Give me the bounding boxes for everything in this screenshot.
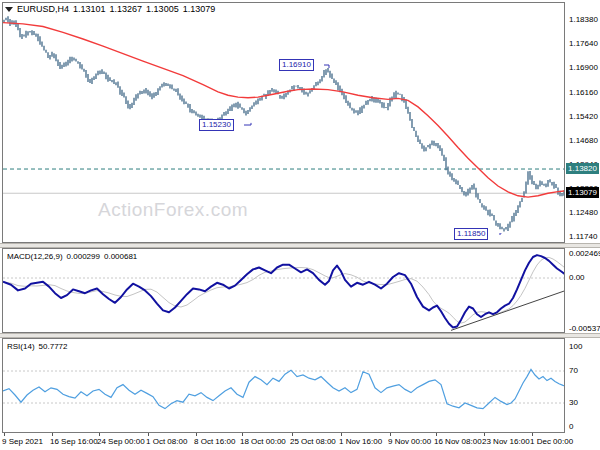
candles: [4, 16, 564, 231]
macd-tick-label: 0.00: [569, 273, 585, 282]
macd-main-line: [3, 255, 564, 327]
rsi-tick-label: 30: [569, 398, 578, 407]
time-tick: [532, 433, 533, 436]
actionforex-watermark: ActionForex.com: [98, 199, 248, 221]
macd-value: 0.000299: [67, 252, 100, 261]
ma-line: [3, 23, 564, 198]
time-tick: [196, 433, 197, 436]
price-tick-label: 1.16900: [569, 63, 598, 72]
time-label[interactable]: 24 Sep 00:00: [97, 437, 145, 446]
time-tick: [242, 433, 243, 436]
macd-name: MACD(12,26,9): [7, 252, 63, 261]
time-label[interactable]: 1 Nov 16:00: [339, 437, 382, 446]
macd-tick-label: -0.005375: [569, 324, 600, 333]
rsi-name: RSI(14): [7, 342, 35, 351]
time-label[interactable]: 1 Dec 00:00: [530, 437, 573, 446]
time-label[interactable]: 25 Oct 08:00: [290, 437, 336, 446]
macd-tick-label: 0.002469: [569, 249, 600, 258]
time-label[interactable]: 9 Sep 2021: [2, 437, 43, 446]
price-annotation[interactable]: 1.16910: [279, 59, 314, 71]
price-tick-label: 1.17640: [569, 39, 598, 48]
time-tick: [4, 433, 5, 436]
macd-trendline: [451, 290, 564, 330]
rsi-panel[interactable]: RSI(14)50.7772: [2, 338, 565, 433]
rsi-tick-label: 100: [569, 342, 582, 351]
time-label[interactable]: 16 Sep 16:00: [50, 437, 98, 446]
time-label[interactable]: 8 Oct 16:00: [194, 437, 235, 446]
time-tick: [292, 433, 293, 436]
macd-label: MACD(12,26,9)0.0002990.000681: [7, 252, 141, 261]
time-label[interactable]: 18 Oct 00:00: [240, 437, 286, 446]
rsi-canvas[interactable]: [3, 339, 564, 432]
time-tick: [148, 433, 149, 436]
resistance-price-badge: 1.13820: [566, 163, 599, 174]
rsi-tick-label: 70: [569, 366, 578, 375]
time-tick: [52, 433, 53, 436]
ohlc-close: 1.13079: [183, 4, 216, 14]
time-label[interactable]: 16 Nov 08:00: [434, 437, 482, 446]
time-tick: [390, 433, 391, 436]
last-price-badge: 1.13079: [566, 187, 599, 198]
time-label[interactable]: 9 Nov 00:00: [388, 437, 431, 446]
annotation-connector: [499, 233, 501, 234]
macd-signal-value: 0.000681: [104, 252, 137, 261]
price-chart-panel[interactable]: [2, 2, 565, 243]
symbol-dropdown-icon[interactable]: [5, 7, 13, 12]
price-tick-label: 1.14680: [569, 136, 598, 145]
price-tick-label: 1.18380: [569, 15, 598, 24]
symbol-period-label: EURUSD,H4: [17, 4, 69, 14]
forex-chart-window: { "window": { "symbol_period": "EURUSD,H…: [0, 0, 600, 450]
time-label[interactable]: 23 Nov 16:00: [482, 437, 530, 446]
time-axis: 9 Sep 202116 Sep 16:0024 Sep 00:001 Oct …: [0, 433, 600, 450]
rsi-value: 50.7772: [39, 342, 68, 351]
ohlc-low: 1.13005: [146, 4, 179, 14]
rsi-tick-label: 0: [569, 422, 573, 431]
rsi-label: RSI(14)50.7772: [7, 342, 71, 351]
annotation-connector: [244, 123, 251, 125]
price-annotation[interactable]: 1.15230: [199, 119, 234, 131]
symbol-info-bar: EURUSD,H41.131011.132671.130051.13079: [5, 4, 219, 14]
annotation-connector: [324, 65, 329, 68]
time-tick: [341, 433, 342, 436]
macd-canvas[interactable]: [3, 249, 564, 332]
time-tick: [99, 433, 100, 436]
ohlc-high: 1.13267: [110, 4, 143, 14]
price-tick-label: 1.16160: [569, 88, 598, 97]
ohlc-open: 1.13101: [73, 4, 106, 14]
price-tick-label: 1.12480: [569, 208, 598, 217]
macd-signal-line: [3, 257, 564, 323]
candlestick-canvas[interactable]: [3, 3, 564, 242]
price-tick-label: 1.15420: [569, 112, 598, 121]
price-annotation[interactable]: 1.11850: [454, 228, 488, 240]
time-tick: [436, 433, 437, 436]
price-tick-label: 1.11740: [569, 232, 597, 241]
macd-panel[interactable]: MACD(12,26,9)0.0002990.000681: [2, 248, 565, 333]
time-tick: [484, 433, 485, 436]
time-label[interactable]: 1 Oct 08:00: [146, 437, 187, 446]
